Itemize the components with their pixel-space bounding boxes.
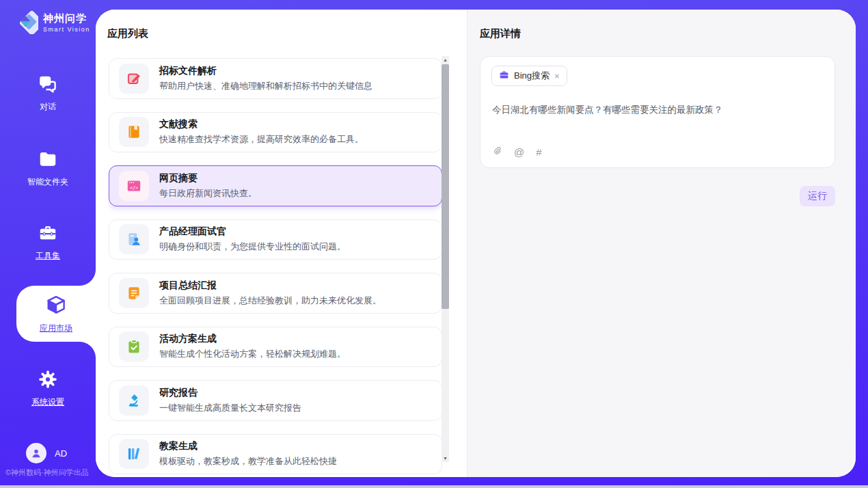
app-card-research-report[interactable]: 研究报告 一键智能生成高质量长文本研究报告 bbox=[109, 380, 442, 421]
app-card-event-plan[interactable]: 活动方案生成 智能生成个性化活动方案，轻松解决规划难题。 bbox=[109, 327, 442, 368]
sidebar-item-settings[interactable]: 系统设置 bbox=[0, 369, 96, 408]
app-list-scrollbar[interactable]: ▲ ▼ bbox=[442, 56, 449, 462]
app-title: 项目总结汇报 bbox=[159, 280, 381, 292]
app-card-lesson-plan[interactable]: 教案生成 模板驱动，教案秒成，教学准备从此轻松快捷 bbox=[109, 434, 442, 475]
window-bottom-edge bbox=[0, 485, 868, 488]
sidebar-item-label: 系统设置 bbox=[31, 396, 64, 408]
sidebar-item-chat[interactable]: 对话 bbox=[0, 74, 96, 113]
brand-name: 神州问学 bbox=[43, 12, 90, 25]
browser-code-icon: </> bbox=[119, 171, 149, 201]
sidebar-item-smart-folder[interactable]: 智能文件夹 bbox=[0, 149, 96, 188]
scroll-up-icon[interactable]: ▲ bbox=[442, 57, 449, 62]
toolbox-icon bbox=[38, 223, 58, 246]
microscope-icon bbox=[119, 385, 149, 416]
paperclip-icon[interactable] bbox=[492, 145, 502, 159]
prompt-message[interactable]: 今日湖北有哪些新闻要点？有哪些需要关注的最新政策？ bbox=[492, 103, 824, 117]
app-desc: 明确身份和职责，为您提供专业性的面试问题。 bbox=[159, 241, 346, 253]
app-desc: 帮助用户快速、准确地理解和解析招标书中的关键信息 bbox=[159, 80, 372, 92]
app-detail-title: 应用详情 bbox=[480, 27, 521, 40]
app-title: 文献搜索 bbox=[159, 118, 364, 131]
brand-logo: 神州问学 Smart Vision bbox=[12, 8, 90, 37]
app-detail-panel: 应用详情 Bing搜索 × 今日湖北有哪些新闻要点？有哪些需要关注的最新政策？ bbox=[467, 10, 856, 477]
app-desc: 模板驱动，教案秒成，教学准备从此轻松快捷 bbox=[159, 455, 337, 467]
svg-text:</>: </> bbox=[130, 185, 138, 190]
app-card-project-summary[interactable]: 项目总结汇报 全面回顾项目进展，总结经验教训，助力未来优化发展。 bbox=[109, 273, 442, 314]
app-list-title: 应用列表 bbox=[107, 27, 148, 40]
app-card-web-summary[interactable]: </> 网页摘要 每日政府新闻资讯快查。 bbox=[109, 165, 442, 206]
cube-icon bbox=[44, 293, 68, 319]
app-desc: 智能生成个性化活动方案，轻松解决规划难题。 bbox=[159, 348, 346, 360]
user-avatar-icon bbox=[26, 443, 46, 463]
plugin-chip-label: Bing搜索 bbox=[514, 70, 550, 82]
app-list: 招标文件解析 帮助用户快速、准确地理解和解析招标书中的关键信息 文献搜索 快速精… bbox=[109, 58, 442, 474]
chat-icon bbox=[38, 74, 58, 97]
copyright-footer: ©神州数码·神州问学出品 bbox=[5, 467, 89, 478]
brand-subtitle: Smart Vision bbox=[43, 26, 90, 33]
gear-icon bbox=[38, 369, 58, 392]
sidebar-item-label: 智能文件夹 bbox=[27, 176, 68, 188]
app-list-panel: 应用列表 招标文件解析 帮助用户快速、准确地理解和解析招标书中的关键信息 bbox=[96, 10, 467, 477]
interviewer-icon bbox=[119, 224, 149, 254]
books-icon bbox=[119, 439, 149, 469]
app-title: 产品经理面试官 bbox=[159, 226, 346, 238]
close-icon[interactable]: × bbox=[554, 72, 560, 81]
sidebar-item-label: 工具集 bbox=[36, 250, 60, 262]
run-button[interactable]: 运行 bbox=[800, 186, 835, 206]
app-title: 教案生成 bbox=[159, 440, 337, 452]
book-icon bbox=[119, 117, 149, 147]
app-title: 网页摘要 bbox=[159, 172, 257, 185]
scroll-down-icon[interactable]: ▼ bbox=[442, 456, 449, 461]
prompt-toolbar: @ # bbox=[492, 145, 542, 159]
briefcase-icon bbox=[499, 70, 509, 83]
user-name: AD bbox=[55, 448, 67, 459]
app-desc: 快速精准查找学术资源，提高研究效率的必备工具。 bbox=[159, 133, 364, 146]
hashtag-icon[interactable]: # bbox=[536, 146, 541, 158]
sidebar-item-app-market[interactable]: 应用市场 bbox=[16, 286, 96, 342]
content-shell: 应用列表 招标文件解析 帮助用户快速、准确地理解和解析招标书中的关键信息 bbox=[96, 10, 856, 477]
app-title: 招标文件解析 bbox=[159, 65, 372, 77]
scrollbar-thumb[interactable] bbox=[442, 64, 449, 309]
app-desc: 每日政府新闻资讯快查。 bbox=[159, 187, 257, 200]
app-desc: 全面回顾项目进展，总结经验教训，助力未来优化发展。 bbox=[159, 295, 381, 307]
app-card-bid-parsing[interactable]: 招标文件解析 帮助用户快速、准确地理解和解析招标书中的关键信息 bbox=[109, 58, 442, 99]
sidebar: 神州问学 Smart Vision 对话 智能文件夹 bbox=[0, 0, 96, 488]
app-title: 研究报告 bbox=[159, 387, 301, 399]
prompt-input[interactable]: Bing搜索 × 今日湖北有哪些新闻要点？有哪些需要关注的最新政策？ @ # bbox=[480, 56, 835, 168]
user-account[interactable]: AD bbox=[26, 443, 67, 463]
plugin-chip[interactable]: Bing搜索 × bbox=[491, 66, 567, 86]
memo-icon bbox=[119, 278, 149, 308]
sidebar-item-label: 应用市场 bbox=[40, 323, 72, 334]
diamond-prism-icon bbox=[12, 8, 38, 37]
app-card-literature-search[interactable]: 文献搜索 快速精准查找学术资源，提高研究效率的必备工具。 bbox=[109, 112, 442, 153]
sidebar-item-label: 对话 bbox=[40, 101, 56, 113]
app-desc: 一键智能生成高质量长文本研究报告 bbox=[159, 402, 301, 414]
app-title: 活动方案生成 bbox=[159, 333, 346, 345]
sidebar-item-toolset[interactable]: 工具集 bbox=[0, 223, 96, 262]
mention-icon[interactable]: @ bbox=[514, 146, 524, 158]
clipboard-check-icon bbox=[119, 331, 149, 362]
folder-icon bbox=[38, 149, 58, 172]
app-card-pm-interviewer[interactable]: 产品经理面试官 明确身份和职责，为您提供专业性的面试问题。 bbox=[109, 219, 442, 260]
edit-square-icon bbox=[119, 64, 149, 94]
